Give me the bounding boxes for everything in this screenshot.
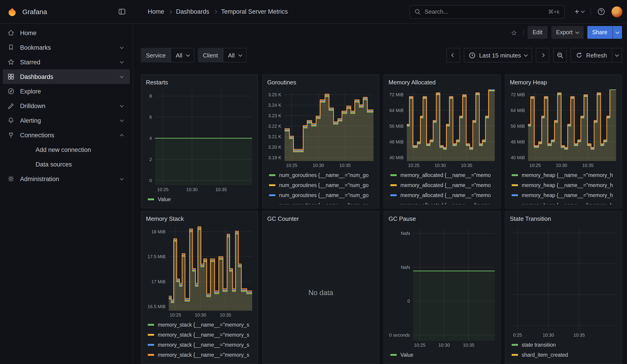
brand[interactable]: Grafana — [6, 6, 47, 17]
sidebar-item-drilldown[interactable]: Drilldown — [3, 99, 130, 113]
share-dropdown-button[interactable] — [612, 26, 622, 39]
sidebar-item-dashboards[interactable]: Dashboards — [3, 69, 130, 84]
svg-text:17.5 MiB: 17.5 MiB — [148, 254, 165, 259]
export-button[interactable]: Export — [551, 26, 583, 39]
navbar-left: Grafana — [0, 0, 133, 23]
legend-item[interactable]: memory_heap {__name__="memory_h — [512, 190, 617, 200]
legend-item[interactable]: num_goroutines {__name__="num_go — [269, 200, 374, 204]
legend-label: Value — [158, 197, 171, 202]
time-range-picker[interactable]: Last 15 minutes — [464, 48, 532, 62]
variable-value-text: All — [228, 52, 235, 59]
chevron-up-icon[interactable] — [120, 134, 124, 138]
legend-label: num_goroutines {__name__="num_go — [279, 193, 368, 198]
legend-item[interactable]: memory_stack {__name__="memory_s — [148, 330, 253, 340]
chevron-down-icon[interactable] — [120, 118, 124, 122]
panel-title[interactable]: State Transition — [509, 215, 618, 226]
svg-text:10:25: 10:25 — [286, 163, 297, 168]
legend-item[interactable]: memory_heap {__name__="memory_h — [512, 180, 617, 190]
legend-item[interactable]: memory_stack {__name__="memory_s — [148, 320, 253, 330]
panel-title[interactable]: Memory Stack — [145, 215, 254, 226]
panel-title[interactable]: Restarts — [145, 78, 254, 89]
add-new-button[interactable]: + — [573, 6, 586, 17]
svg-text:72 MiB: 72 MiB — [511, 92, 525, 97]
legend-item[interactable]: memory_allocated {__name__="memo — [390, 180, 496, 190]
legend-item[interactable]: shard_item_created — [512, 350, 617, 360]
chart-plot[interactable]: 72 MiB64 MiB56 MiB48 MiB40 MiB10:2510:30… — [509, 89, 618, 169]
breadcrumb-home[interactable]: Home — [148, 8, 164, 15]
chart-plot[interactable]: 8642010:2510:3010:35 — [145, 89, 254, 193]
sidebar-item-administration[interactable]: Administration — [3, 171, 130, 186]
panel-body: No data — [266, 226, 375, 360]
time-shift-forward-button[interactable] — [536, 48, 550, 62]
sidebar-item-data-sources[interactable]: Data sources — [3, 157, 130, 171]
sidebar-item-explore[interactable]: Explore — [3, 84, 130, 99]
chart-plot[interactable]: 18 MiB17.5 MiB17 MiB16.5 MiB10:2510:3010… — [145, 226, 254, 318]
legend-item[interactable]: Value — [148, 194, 253, 204]
chart-plot[interactable]: 72 MiB64 MiB56 MiB48 MiB40 MiB10:2510:30… — [388, 89, 497, 169]
help-button[interactable] — [596, 6, 607, 17]
legend-item[interactable]: memory_heap {__name__="memory_h — [512, 170, 617, 180]
sidebar-item-bookmarks[interactable]: Bookmarks — [3, 40, 130, 55]
svg-text:3.20 K: 3.20 K — [268, 145, 281, 150]
chart-plot[interactable]: 3.25 K3.24 K3.23 K3.22 K3.21 K3.20 K3.19… — [266, 89, 375, 169]
sidebar-item-label: Home — [20, 29, 125, 36]
variable-client-value[interactable]: All — [223, 48, 247, 62]
time-shift-back-button[interactable] — [446, 48, 460, 62]
edit-button[interactable]: Edit — [527, 26, 547, 39]
legend-item[interactable]: memory_allocated {__name__="memo — [390, 200, 496, 204]
legend-label: memory_heap {__name__="memory_h — [522, 193, 613, 198]
alerting-icon — [7, 117, 15, 124]
legend-item[interactable]: memory_stack {__name__="memory_s — [148, 350, 253, 360]
sidebar-item-add-new-connection[interactable]: Add new connection — [3, 142, 130, 157]
legend-item[interactable]: Value — [390, 350, 496, 360]
sidebar-item-starred[interactable]: Starred — [3, 55, 130, 69]
legend-item[interactable]: num_goroutines {__name__="num_go — [269, 170, 374, 180]
legend-item[interactable]: memory_stack {__name__="memory_s — [148, 340, 253, 350]
chevron-down-icon[interactable] — [120, 74, 124, 78]
legend-item[interactable]: num_goroutines {__name__="num_go — [269, 190, 374, 200]
chart-legend: num_goroutines {__name__="num_gonum_goro… — [266, 169, 375, 204]
zoom-out-button[interactable] — [553, 48, 567, 62]
series-color-swatch — [390, 354, 397, 356]
star-dashboard-button[interactable]: ☆ — [508, 28, 520, 37]
variable-service-value[interactable]: All — [171, 48, 194, 62]
panel-title[interactable]: Memory Allocated — [388, 78, 497, 89]
sidebar-item-alerting[interactable]: Alerting — [3, 113, 130, 128]
chevron-down-icon — [615, 53, 619, 56]
legend-item[interactable]: num_goroutines {__name__="num_go — [269, 180, 374, 190]
chart-plot[interactable]: NaNNaN00 seconds10:2510:3010:35 — [388, 226, 497, 349]
refresh-button[interactable]: Refresh — [571, 48, 612, 62]
legend-item[interactable]: memory_allocated {__name__="memo — [390, 190, 496, 200]
export-label: Export — [556, 29, 573, 36]
dock-menu-button[interactable] — [116, 6, 128, 17]
panel-title[interactable]: Goroutines — [266, 78, 375, 89]
panel-body: 18 MiB17.5 MiB17 MiB16.5 MiB10:2510:3010… — [145, 226, 254, 360]
legend-item[interactable]: memory_allocated {__name__="memo — [390, 170, 496, 180]
chevron-down-icon[interactable] — [120, 45, 124, 49]
chevron-down-icon[interactable] — [120, 176, 124, 180]
panel-title[interactable]: GC Counter — [266, 215, 375, 226]
series-color-swatch — [148, 344, 154, 346]
breadcrumb-dashboards[interactable]: Dashboards — [176, 8, 209, 15]
search-input[interactable] — [424, 8, 544, 15]
user-avatar[interactable] — [612, 6, 623, 17]
dashboard-panel: Memory Heap 72 MiB64 MiB56 MiB48 MiB40 M… — [505, 74, 622, 208]
svg-text:NaN: NaN — [401, 265, 410, 270]
legend-item[interactable]: memory_heap {__name__="memory_h — [512, 200, 617, 204]
chart-plot[interactable]: 0:2510:3010:35 — [509, 226, 618, 338]
share-button[interactable]: Share — [587, 26, 612, 39]
sidebar-item-home[interactable]: Home — [3, 26, 130, 40]
chevron-down-icon[interactable] — [120, 103, 124, 107]
svg-text:40 MiB: 40 MiB — [389, 155, 404, 160]
refresh-interval-dropdown[interactable] — [612, 48, 622, 62]
svg-text:3.22 K: 3.22 K — [268, 124, 281, 129]
panel-title[interactable]: Memory Heap — [509, 78, 618, 89]
legend-label: shard_item_created — [522, 352, 568, 358]
search-box[interactable]: ⌘+k — [410, 5, 565, 18]
legend-item[interactable]: state transition — [512, 340, 617, 350]
chevron-down-icon[interactable] — [120, 59, 124, 63]
sidebar-item-connections[interactable]: Connections — [3, 128, 130, 142]
chart-legend: Value — [388, 349, 497, 360]
variable-label: Client — [198, 48, 223, 62]
panel-title[interactable]: GC Pause — [388, 215, 497, 226]
